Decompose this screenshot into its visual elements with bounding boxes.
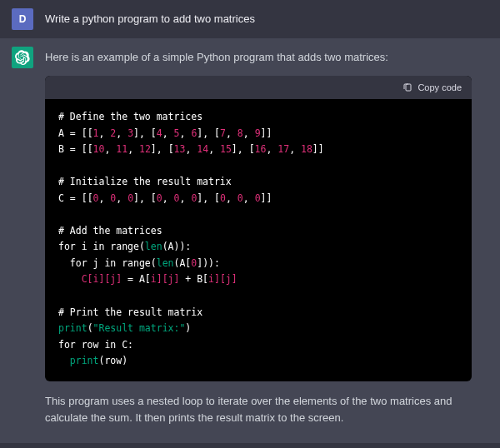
assistant-intro: Here is an example of a simple Python pr… bbox=[45, 47, 472, 66]
openai-logo-icon bbox=[15, 50, 30, 65]
user-avatar: D bbox=[12, 8, 33, 30]
message-actions-edge bbox=[483, 47, 488, 426]
assistant-avatar bbox=[12, 47, 33, 68]
user-content: Write a python program to add two matric… bbox=[45, 8, 488, 30]
clipboard-icon bbox=[402, 82, 412, 92]
code-header: Copy code bbox=[45, 76, 472, 100]
code-body: # Define the two matrices A = [[1, 2, 3]… bbox=[45, 99, 472, 381]
copy-code-label: Copy code bbox=[418, 81, 462, 95]
assistant-content: Here is an example of a simple Python pr… bbox=[45, 47, 472, 426]
svg-rect-0 bbox=[406, 84, 411, 91]
assistant-message: Here is an example of a simple Python pr… bbox=[0, 38, 500, 443]
user-message: D Write a python program to add two matr… bbox=[0, 0, 500, 38]
user-avatar-letter: D bbox=[19, 13, 27, 25]
assistant-outro: This program uses a nested loop to itera… bbox=[45, 393, 472, 426]
copy-code-button[interactable]: Copy code bbox=[402, 81, 462, 95]
user-prompt-text: Write a python program to add two matric… bbox=[45, 8, 488, 27]
code-block: Copy code # Define the two matrices A = … bbox=[45, 76, 472, 381]
